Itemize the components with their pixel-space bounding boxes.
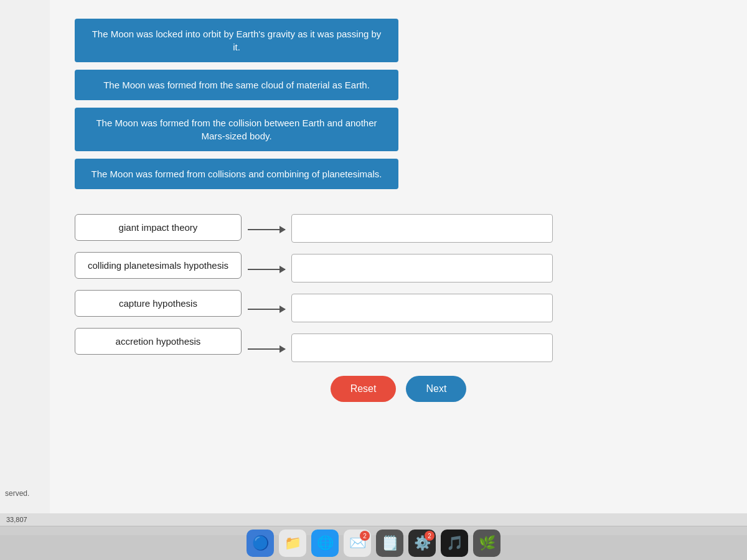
temperature-label: 33,807: [6, 516, 27, 523]
reserved-label: served.: [5, 489, 29, 498]
badge-mail: 2: [360, 531, 370, 541]
statement-card-1: The Moon was locked into orbit by Earth'…: [75, 19, 398, 62]
app-icon-7: 🌿: [479, 535, 496, 551]
status-bar: 33,807: [0, 513, 747, 526]
mac-dock: 🔵 📁 🌐 ✉️ 2 🗒️ ⚙️ 2 🎵 🌿: [0, 526, 747, 560]
left-labels: giant impact theory colliding planetesim…: [75, 214, 242, 355]
next-button[interactable]: Next: [406, 376, 466, 402]
badge-system: 2: [425, 531, 435, 541]
label-colliding-planetesimals[interactable]: colliding planetesimals hypothesis: [75, 252, 242, 279]
arrow-line-4: [248, 348, 285, 350]
app-icon-4: 🗒️: [382, 535, 398, 551]
arrow-4: [248, 335, 285, 363]
reset-button[interactable]: Reset: [331, 376, 397, 402]
dock-item-finder[interactable]: 🔵: [247, 530, 274, 557]
dock-item-3[interactable]: ✉️ 2: [344, 530, 371, 557]
dock-item-1[interactable]: 📁: [279, 530, 306, 557]
arrow-3: [248, 295, 285, 324]
content-area: The Moon was locked into orbit by Earth'…: [50, 0, 747, 535]
dock-item-7[interactable]: 🌿: [473, 530, 500, 557]
dock-item-2[interactable]: 🌐: [311, 530, 339, 557]
button-row: Reset Next: [75, 376, 722, 402]
app-icon-2: 🌐: [317, 535, 334, 551]
arrow-line-1: [248, 229, 285, 230]
right-answer-boxes: [291, 214, 553, 362]
dock-item-4[interactable]: 🗒️: [376, 530, 403, 557]
answer-box-4[interactable]: [291, 334, 553, 362]
label-capture[interactable]: capture hypothesis: [75, 290, 242, 317]
matching-section: giant impact theory colliding planetesim…: [75, 214, 722, 363]
arrow-line-2: [248, 269, 285, 270]
dock-item-6[interactable]: 🎵: [441, 530, 468, 557]
answer-box-1[interactable]: [291, 214, 553, 243]
statement-cards: The Moon was locked into orbit by Earth'…: [75, 19, 398, 189]
statement-card-3: The Moon was formed from the collision b…: [75, 108, 398, 151]
answer-box-2[interactable]: [291, 254, 553, 282]
browser-window: The Moon was locked into orbit by Earth'…: [0, 0, 747, 535]
arrow-2: [248, 255, 285, 284]
statement-card-4: The Moon was formed from collisions and …: [75, 159, 398, 189]
arrow-line-3: [248, 309, 285, 310]
arrow-1: [248, 215, 285, 244]
finder-icon: 🔵: [252, 535, 269, 551]
label-giant-impact[interactable]: giant impact theory: [75, 214, 242, 241]
label-accretion[interactable]: accretion hypothesis: [75, 328, 242, 355]
statement-card-2: The Moon was formed from the same cloud …: [75, 70, 398, 100]
app-icon-1: 📁: [284, 535, 301, 551]
dock-item-5[interactable]: ⚙️ 2: [408, 530, 436, 557]
answer-box-3[interactable]: [291, 294, 553, 322]
app-icon-6: 🎵: [446, 535, 463, 551]
arrows: [242, 214, 291, 363]
